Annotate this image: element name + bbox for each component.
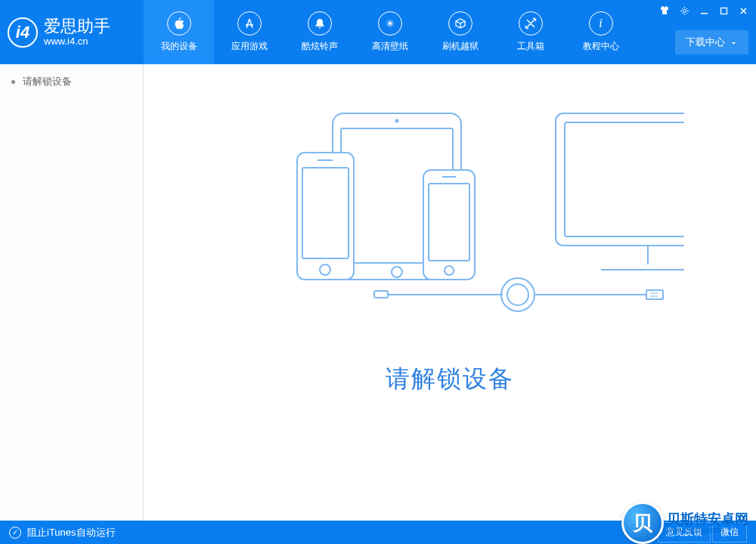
- nav-label: 我的设备: [161, 40, 197, 53]
- app-title: 爱思助手: [44, 18, 110, 35]
- svg-rect-3: [701, 13, 708, 14]
- svg-point-24: [507, 284, 528, 305]
- box-icon: [448, 11, 472, 36]
- nav-wallpapers[interactable]: 高清壁纸: [355, 0, 425, 64]
- svg-point-1: [389, 22, 392, 25]
- svg-rect-21: [374, 291, 388, 298]
- close-button[interactable]: [734, 3, 752, 18]
- check-icon: ✓: [9, 527, 21, 539]
- watermark-url: www.zjbstyy.com: [667, 526, 748, 534]
- download-center-button[interactable]: 下载中心: [675, 30, 748, 54]
- watermark-logo-icon: 贝: [621, 502, 664, 544]
- nav-label: 高清壁纸: [372, 40, 408, 53]
- svg-point-23: [501, 278, 534, 311]
- maximize-button[interactable]: [714, 3, 733, 18]
- unlock-message: 请解锁设备: [386, 363, 514, 396]
- minimize-button[interactable]: [695, 3, 713, 18]
- svg-rect-18: [565, 122, 684, 236]
- window-controls: [655, 3, 752, 18]
- theme-icon[interactable]: [655, 3, 674, 18]
- nav-label: 刷机越狱: [442, 40, 479, 53]
- app-logo-icon: i4: [8, 17, 38, 48]
- nav-tutorials[interactable]: i 教程中心: [565, 0, 636, 64]
- svg-rect-13: [423, 170, 475, 280]
- nav-label: 应用游戏: [231, 40, 268, 53]
- svg-rect-4: [720, 8, 727, 14]
- svg-point-2: [683, 9, 686, 12]
- svg-point-8: [396, 120, 398, 122]
- tools-icon: [519, 11, 543, 36]
- app-url: www.i4.cn: [44, 36, 110, 46]
- nav-label: 酷炫铃声: [302, 40, 338, 53]
- wallpaper-icon: [378, 11, 402, 36]
- sidebar-item-unlock[interactable]: 请解锁设备: [0, 64, 143, 99]
- download-label: 下载中心: [686, 36, 725, 49]
- itunes-block-toggle[interactable]: 阻止iTunes自动运行: [27, 526, 116, 539]
- watermark-title: 贝斯特安卓网: [667, 512, 748, 526]
- device-illustration: [215, 106, 684, 325]
- info-icon: i: [589, 11, 613, 36]
- bullet-icon: [11, 80, 15, 84]
- nav-ringtones[interactable]: 酷炫铃声: [284, 0, 355, 64]
- svg-rect-17: [556, 113, 684, 246]
- nav-toolbox[interactable]: 工具箱: [495, 0, 565, 64]
- nav-apps-games[interactable]: 应用游戏: [214, 0, 284, 64]
- nav-my-device[interactable]: 我的设备: [144, 0, 214, 64]
- sidebar-item-label: 请解锁设备: [23, 75, 72, 88]
- download-icon: [730, 39, 738, 47]
- nav-label: 教程中心: [583, 40, 619, 53]
- watermark: 贝 贝斯特安卓网 www.zjbstyy.com: [621, 502, 748, 544]
- sidebar: 请解锁设备: [0, 64, 144, 521]
- logo-area: i4 爱思助手 www.i4.cn: [0, 17, 144, 48]
- svg-rect-9: [297, 153, 354, 280]
- appstore-icon: [237, 11, 262, 36]
- settings-icon[interactable]: [675, 3, 693, 18]
- svg-rect-26: [646, 290, 663, 299]
- svg-point-7: [392, 267, 402, 277]
- nav-label: 工具箱: [517, 40, 544, 53]
- main-content: 请解锁设备: [144, 64, 756, 521]
- nav-jailbreak[interactable]: 刷机越狱: [425, 0, 495, 64]
- bell-icon: [308, 11, 332, 36]
- apple-icon: [167, 11, 191, 36]
- header: i4 爱思助手 www.i4.cn 我的设备 应用游戏 酷炫铃声 高清壁纸: [0, 0, 756, 64]
